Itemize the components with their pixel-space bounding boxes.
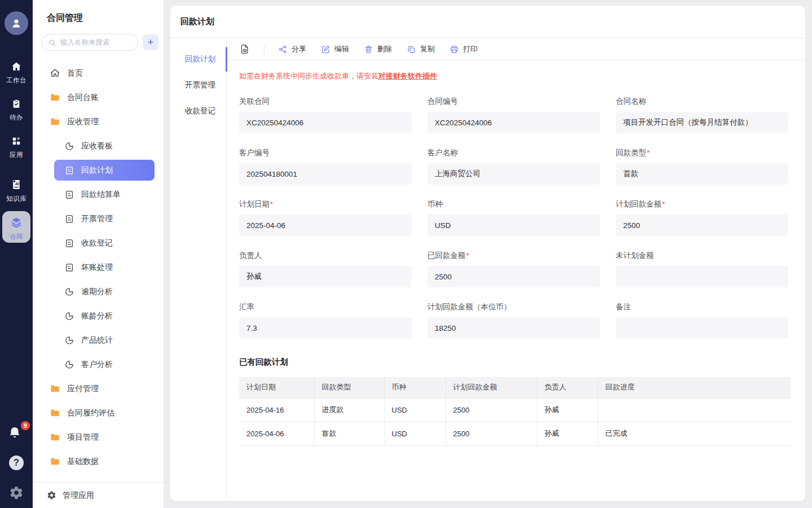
existing-plans-table: 计划日期 回款类型 币种 计划回款金额 负责人 回款进度 2025-04-16 … <box>239 377 791 446</box>
pie-chart-icon <box>64 359 74 370</box>
field-label: 币种 <box>427 200 443 208</box>
folder-icon <box>50 432 60 443</box>
manage-apps-button[interactable]: 管理应用 <box>33 482 164 508</box>
help-button[interactable]: ? <box>9 456 24 470</box>
field-label: 计划日期 <box>239 200 270 208</box>
document-icon <box>64 262 74 273</box>
field-value[interactable]: 首款 <box>616 163 788 185</box>
field-value[interactable]: XC20250424006 <box>427 112 600 133</box>
sidebar-item-receivables[interactable]: 应收管理 <box>33 110 164 134</box>
required-star: * <box>466 251 469 260</box>
sidebar-menu: 首页 合同台账 应收管理 应收看板 回款计划 <box>33 51 164 482</box>
field-value[interactable]: 18250 <box>427 317 600 339</box>
sidebar-item-payables[interactable]: 应付管理 <box>33 376 164 401</box>
field-customer-name: 客户名称 上海商贸公司 <box>427 148 600 185</box>
field-value[interactable] <box>616 317 788 339</box>
col-header-type: 回款类型 <box>314 377 384 398</box>
toolbar: 分享 编辑 删除 复制 打印 <box>227 38 805 60</box>
field-value[interactable]: USD <box>427 214 600 236</box>
cell-amount: 2500 <box>445 422 537 445</box>
table-row[interactable]: 2025-04-16 进度款 USD 2500 孙威 <box>239 398 791 422</box>
sidebar-item-receipt-register[interactable]: 收款登记 <box>33 231 164 255</box>
table-row[interactable]: 2025-04-06 首款 USD 2500 孙威 已完成 <box>239 422 791 445</box>
col-header-amount: 计划回款金额 <box>445 377 537 398</box>
home-filled-icon <box>11 61 22 72</box>
tab-invoicing[interactable]: 开票管理 <box>170 72 226 98</box>
sidebar-item-label: 坏账处理 <box>81 262 113 273</box>
required-star: * <box>647 148 650 157</box>
field-collection-type: 回款类型* 首款 <box>616 148 788 185</box>
avatar[interactable] <box>5 11 28 35</box>
search-input[interactable] <box>60 38 128 46</box>
pie-chart-icon <box>64 335 74 345</box>
sidebar-item-base-data[interactable]: 基础数据 <box>33 449 164 474</box>
field-value[interactable]: 2500 <box>616 214 788 236</box>
cell-plan-date: 2025-04-16 <box>239 398 314 422</box>
field-label: 负责人 <box>239 251 262 260</box>
field-value[interactable]: 7.3 <box>239 317 412 339</box>
field-value[interactable]: 项目开发开口合同（按每月结算付款） <box>616 112 788 133</box>
field-value[interactable]: 2500 <box>427 266 600 287</box>
field-value[interactable]: 上海商贸公司 <box>427 163 600 185</box>
col-header-owner: 负责人 <box>537 377 598 398</box>
field-value[interactable]: 2025-04-06 <box>239 214 412 236</box>
add-button[interactable]: + <box>143 34 158 50</box>
rail-item-contract-active[interactable]: 合同 <box>2 211 30 243</box>
share-button[interactable]: 分享 <box>278 44 306 54</box>
sidebar-item-label: 应收管理 <box>67 117 99 127</box>
sidebar-item-aging-analysis[interactable]: 账龄分析 <box>33 304 164 328</box>
sidebar-item-label: 合同履约评估 <box>67 408 114 418</box>
rail-settings-button[interactable] <box>9 485 24 500</box>
tab-receipt-register[interactable]: 收款登记 <box>170 98 226 124</box>
field-label: 已回款金额 <box>427 251 466 260</box>
cell-amount: 2500 <box>445 398 537 422</box>
sidebar-item-home[interactable]: 首页 <box>33 61 164 85</box>
sidebar-item-invoicing[interactable]: 开票管理 <box>33 207 164 231</box>
cell-owner: 孙威 <box>537 398 598 422</box>
sidebar-item-performance-eval[interactable]: 合同履约评估 <box>33 401 164 425</box>
cell-progress: 已完成 <box>598 422 791 445</box>
delete-button[interactable]: 删除 <box>364 44 392 54</box>
field-remarks: 备注 <box>616 302 788 339</box>
notifications-button[interactable]: 9 <box>7 425 25 442</box>
rail-item-todo[interactable]: 待办 <box>0 98 33 122</box>
field-customer-no: 客户编号 202504180001 <box>239 148 412 185</box>
field-value[interactable]: XC20250424006 <box>239 112 412 133</box>
sidebar-item-label: 项目管理 <box>67 432 99 443</box>
field-contract-no: 合同编号 XC20250424006 <box>427 97 600 133</box>
preview-document-button[interactable] <box>239 43 250 55</box>
sidebar-item-collection-plan[interactable]: 回款计划 <box>54 160 155 181</box>
rail-item-workbench[interactable]: 工作台 <box>0 61 33 85</box>
search-box[interactable] <box>41 34 138 51</box>
sidebar-item-label: 账龄分析 <box>81 311 113 321</box>
sidebar-item-bad-debt[interactable]: 坏账处理 <box>33 255 164 279</box>
field-value[interactable]: 202504180001 <box>239 163 412 185</box>
rail-item-label: 待办 <box>10 114 23 121</box>
sidebar-item-customer-analysis[interactable]: 客户分析 <box>33 352 164 376</box>
sidebar-item-settlement[interactable]: 回款结算单 <box>33 182 164 207</box>
copy-button[interactable]: 复制 <box>407 44 435 54</box>
clipboard-check-icon <box>11 98 22 110</box>
page-title: 回款计划 <box>180 16 214 27</box>
plugin-link[interactable]: 对接财务软件插件 <box>378 72 437 80</box>
field-owner: 负责人 孙威 <box>239 251 412 287</box>
sidebar-item-contract-ledger[interactable]: 合同台账 <box>33 85 164 110</box>
pie-chart-icon <box>64 310 74 321</box>
sidebar-item-overdue-analysis[interactable]: 逾期分析 <box>33 279 164 304</box>
sidebar-item-project-mgmt[interactable]: 项目管理 <box>33 425 164 449</box>
edit-button[interactable]: 编辑 <box>321 44 349 54</box>
print-button[interactable]: 打印 <box>449 44 478 54</box>
sidebar-item-product-stats[interactable]: 产品统计 <box>33 328 164 352</box>
sidebar-item-label: 应付管理 <box>67 384 99 394</box>
field-contract-name: 合同名称 项目开发开口合同（按每月结算付款） <box>616 97 788 133</box>
sidebar-item-label: 收款登记 <box>81 238 113 248</box>
svg-text:AI: AI <box>15 182 19 186</box>
edit-label: 编辑 <box>334 44 349 54</box>
rail-item-knowledge[interactable]: AI 知识库 <box>0 178 33 203</box>
field-label: 合同编号 <box>427 97 458 106</box>
rail-item-apps[interactable]: 应用 <box>0 135 33 159</box>
sidebar-item-receivable-board[interactable]: 应收看板 <box>33 134 164 158</box>
field-value[interactable]: 孙威 <box>239 266 412 287</box>
tab-collection-plan[interactable]: 回款计划 <box>170 46 226 72</box>
field-value[interactable] <box>616 266 788 287</box>
